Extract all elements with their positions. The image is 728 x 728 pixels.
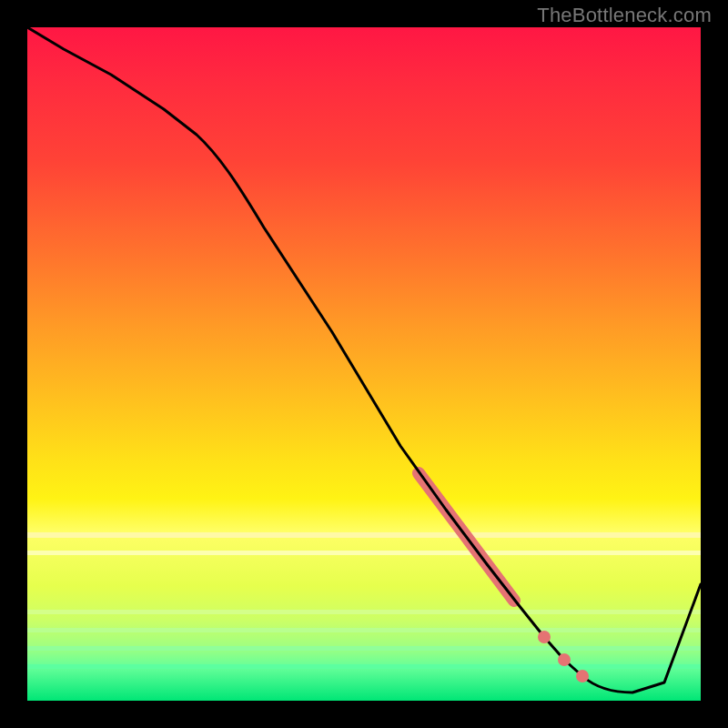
plot-area: [27, 27, 701, 701]
bottleneck-curve: [27, 27, 701, 693]
chart-stage: TheBottleneck.com: [0, 0, 728, 728]
highlight-dot-1: [538, 631, 551, 643]
chart-svg: [27, 27, 701, 701]
highlight-dot-3: [576, 670, 589, 682]
highlight-dot-2: [558, 653, 571, 666]
watermark-text: TheBottleneck.com: [537, 4, 712, 27]
